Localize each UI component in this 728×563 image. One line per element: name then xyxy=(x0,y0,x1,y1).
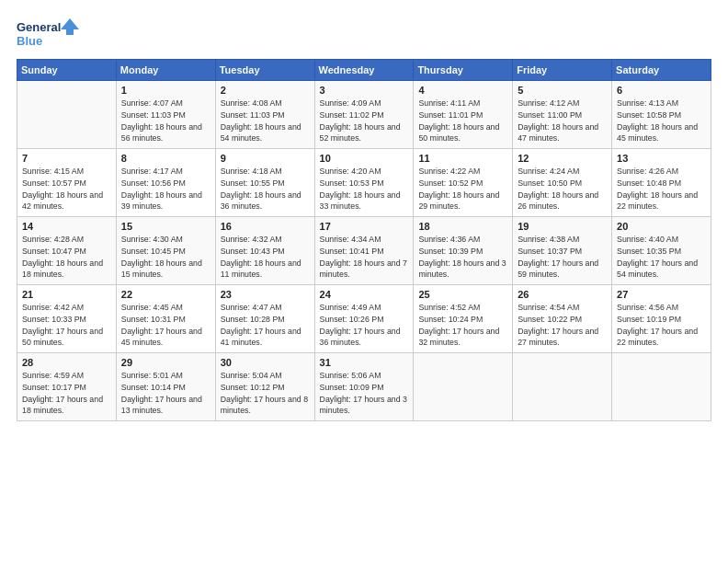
calendar-cell: 1Sunrise: 4:07 AM Sunset: 11:03 PM Dayli… xyxy=(116,81,215,149)
svg-text:Blue: Blue xyxy=(17,34,42,48)
day-info: Sunrise: 4:15 AM Sunset: 10:57 PM Daylig… xyxy=(22,166,111,213)
calendar-cell: 7Sunrise: 4:15 AM Sunset: 10:57 PM Dayli… xyxy=(17,149,117,217)
day-number: 30 xyxy=(221,357,310,368)
day-number: 3 xyxy=(320,85,409,96)
day-number: 2 xyxy=(221,85,310,96)
weekday-wednesday: Wednesday xyxy=(314,60,414,81)
day-number: 27 xyxy=(617,289,706,300)
day-info: Sunrise: 4:56 AM Sunset: 10:19 PM Daylig… xyxy=(617,302,706,349)
generalblue-logo-icon: General Blue xyxy=(17,17,81,52)
day-info: Sunrise: 4:09 AM Sunset: 11:02 PM Daylig… xyxy=(320,98,409,144)
weekday-sunday: Sunday xyxy=(17,60,117,81)
day-number: 20 xyxy=(617,221,706,232)
day-info: Sunrise: 4:40 AM Sunset: 10:35 PM Daylig… xyxy=(617,234,706,281)
day-number: 31 xyxy=(320,357,409,368)
day-info: Sunrise: 4:20 AM Sunset: 10:53 PM Daylig… xyxy=(320,166,409,213)
day-number: 21 xyxy=(22,289,111,300)
day-info: Sunrise: 4:49 AM Sunset: 10:26 PM Daylig… xyxy=(320,302,409,349)
calendar-cell xyxy=(513,353,612,421)
day-number: 7 xyxy=(22,153,111,164)
day-number: 15 xyxy=(121,221,210,232)
calendar-cell xyxy=(17,81,117,149)
day-info: Sunrise: 4:28 AM Sunset: 10:47 PM Daylig… xyxy=(22,234,111,281)
calendar-cell: 15Sunrise: 4:30 AM Sunset: 10:45 PM Dayl… xyxy=(116,217,215,285)
day-info: Sunrise: 4:34 AM Sunset: 10:41 PM Daylig… xyxy=(320,234,409,281)
day-info: Sunrise: 4:30 AM Sunset: 10:45 PM Daylig… xyxy=(121,234,210,281)
calendar-header: SundayMondayTuesdayWednesdayThursdayFrid… xyxy=(17,60,711,81)
calendar-cell: 5Sunrise: 4:12 AM Sunset: 11:00 PM Dayli… xyxy=(513,81,612,149)
page: General Blue SundayMondayTuesdayWednesda… xyxy=(0,0,728,563)
day-number: 4 xyxy=(418,85,507,96)
day-number: 1 xyxy=(121,85,210,96)
svg-text:General: General xyxy=(17,20,61,34)
day-number: 10 xyxy=(320,153,409,164)
calendar-cell: 23Sunrise: 4:47 AM Sunset: 10:28 PM Dayl… xyxy=(215,285,314,353)
calendar-cell: 19Sunrise: 4:38 AM Sunset: 10:37 PM Dayl… xyxy=(513,217,612,285)
day-number: 12 xyxy=(518,153,607,164)
day-number: 17 xyxy=(320,221,409,232)
calendar-cell: 14Sunrise: 4:28 AM Sunset: 10:47 PM Dayl… xyxy=(17,217,117,285)
logo: General Blue xyxy=(17,17,81,52)
day-info: Sunrise: 4:26 AM Sunset: 10:48 PM Daylig… xyxy=(617,166,706,213)
day-number: 11 xyxy=(418,153,507,164)
day-number: 13 xyxy=(617,153,706,164)
day-number: 28 xyxy=(22,357,111,368)
calendar-cell: 10Sunrise: 4:20 AM Sunset: 10:53 PM Dayl… xyxy=(314,149,414,217)
day-info: Sunrise: 4:36 AM Sunset: 10:39 PM Daylig… xyxy=(418,234,507,281)
day-number: 24 xyxy=(320,289,409,300)
svg-marker-2 xyxy=(61,18,79,35)
day-number: 22 xyxy=(121,289,210,300)
day-number: 14 xyxy=(22,221,111,232)
calendar-cell: 20Sunrise: 4:40 AM Sunset: 10:35 PM Dayl… xyxy=(612,217,711,285)
day-number: 5 xyxy=(518,85,607,96)
weekday-saturday: Saturday xyxy=(612,60,711,81)
day-number: 23 xyxy=(221,289,310,300)
weekday-tuesday: Tuesday xyxy=(215,60,314,81)
calendar-cell: 26Sunrise: 4:54 AM Sunset: 10:22 PM Dayl… xyxy=(513,285,612,353)
day-number: 8 xyxy=(121,153,210,164)
week-row-4: 28Sunrise: 4:59 AM Sunset: 10:17 PM Dayl… xyxy=(17,353,711,421)
day-info: Sunrise: 4:11 AM Sunset: 11:01 PM Daylig… xyxy=(418,98,507,144)
header: General Blue xyxy=(17,17,711,52)
day-number: 9 xyxy=(221,153,310,164)
calendar-cell: 6Sunrise: 4:13 AM Sunset: 10:58 PM Dayli… xyxy=(612,81,711,149)
day-info: Sunrise: 4:38 AM Sunset: 10:37 PM Daylig… xyxy=(518,234,607,281)
day-info: Sunrise: 4:08 AM Sunset: 11:03 PM Daylig… xyxy=(221,98,310,144)
weekday-monday: Monday xyxy=(116,60,215,81)
calendar-cell: 27Sunrise: 4:56 AM Sunset: 10:19 PM Dayl… xyxy=(612,285,711,353)
calendar-cell: 22Sunrise: 4:45 AM Sunset: 10:31 PM Dayl… xyxy=(116,285,215,353)
weekday-friday: Friday xyxy=(513,60,612,81)
calendar-cell: 28Sunrise: 4:59 AM Sunset: 10:17 PM Dayl… xyxy=(17,353,117,421)
calendar-cell: 16Sunrise: 4:32 AM Sunset: 10:43 PM Dayl… xyxy=(215,217,314,285)
calendar-cell: 25Sunrise: 4:52 AM Sunset: 10:24 PM Dayl… xyxy=(414,285,513,353)
day-info: Sunrise: 5:04 AM Sunset: 10:12 PM Daylig… xyxy=(221,370,310,417)
week-row-3: 21Sunrise: 4:42 AM Sunset: 10:33 PM Dayl… xyxy=(17,285,711,353)
calendar-cell xyxy=(414,353,513,421)
calendar-cell: 2Sunrise: 4:08 AM Sunset: 11:03 PM Dayli… xyxy=(215,81,314,149)
calendar-cell: 17Sunrise: 4:34 AM Sunset: 10:41 PM Dayl… xyxy=(314,217,414,285)
day-number: 6 xyxy=(617,85,706,96)
day-number: 18 xyxy=(418,221,507,232)
day-info: Sunrise: 4:54 AM Sunset: 10:22 PM Daylig… xyxy=(518,302,607,349)
week-row-1: 7Sunrise: 4:15 AM Sunset: 10:57 PM Dayli… xyxy=(17,149,711,217)
day-number: 25 xyxy=(418,289,507,300)
calendar-cell: 12Sunrise: 4:24 AM Sunset: 10:50 PM Dayl… xyxy=(513,149,612,217)
day-info: Sunrise: 5:01 AM Sunset: 10:14 PM Daylig… xyxy=(121,370,210,417)
day-info: Sunrise: 4:32 AM Sunset: 10:43 PM Daylig… xyxy=(221,234,310,281)
day-number: 16 xyxy=(221,221,310,232)
day-info: Sunrise: 4:59 AM Sunset: 10:17 PM Daylig… xyxy=(22,370,111,417)
calendar-cell: 30Sunrise: 5:04 AM Sunset: 10:12 PM Dayl… xyxy=(215,353,314,421)
day-info: Sunrise: 4:07 AM Sunset: 11:03 PM Daylig… xyxy=(121,98,210,144)
calendar-cell: 18Sunrise: 4:36 AM Sunset: 10:39 PM Dayl… xyxy=(414,217,513,285)
day-info: Sunrise: 4:42 AM Sunset: 10:33 PM Daylig… xyxy=(22,302,111,349)
calendar-cell: 21Sunrise: 4:42 AM Sunset: 10:33 PM Dayl… xyxy=(17,285,117,353)
day-number: 29 xyxy=(121,357,210,368)
day-info: Sunrise: 4:52 AM Sunset: 10:24 PM Daylig… xyxy=(418,302,507,349)
calendar-cell xyxy=(612,353,711,421)
day-info: Sunrise: 4:17 AM Sunset: 10:56 PM Daylig… xyxy=(121,166,210,213)
calendar-cell: 4Sunrise: 4:11 AM Sunset: 11:01 PM Dayli… xyxy=(414,81,513,149)
weekday-header-row: SundayMondayTuesdayWednesdayThursdayFrid… xyxy=(17,60,711,81)
day-info: Sunrise: 4:12 AM Sunset: 11:00 PM Daylig… xyxy=(518,98,607,144)
calendar-cell: 3Sunrise: 4:09 AM Sunset: 11:02 PM Dayli… xyxy=(314,81,414,149)
day-info: Sunrise: 4:24 AM Sunset: 10:50 PM Daylig… xyxy=(518,166,607,213)
